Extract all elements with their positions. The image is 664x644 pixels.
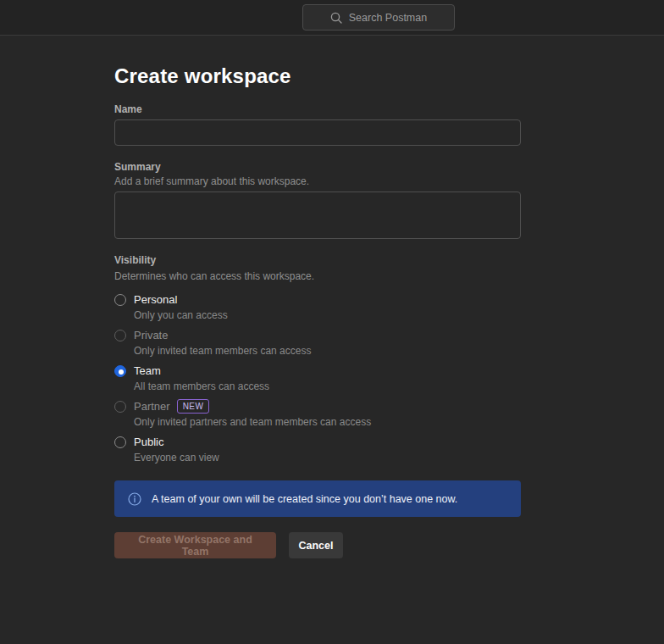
visibility-option-private[interactable]: Private Only invited team members can ac…	[114, 328, 521, 364]
name-input[interactable]	[114, 119, 521, 146]
radio-public[interactable]	[114, 436, 126, 448]
search-placeholder: Search Postman	[349, 12, 427, 24]
visibility-option-public[interactable]: Public Everyone can view	[114, 435, 521, 470]
option-label: Personal	[134, 292, 177, 307]
visibility-options: Personal Only you can access Private Onl…	[114, 292, 521, 470]
radio-private[interactable]	[114, 330, 126, 341]
option-label: Public	[134, 435, 163, 449]
info-icon	[128, 492, 141, 506]
search-icon	[330, 12, 342, 24]
option-description: Only invited partners and team members c…	[134, 416, 371, 429]
visibility-description: Determines who can access this workspace…	[114, 270, 314, 282]
cancel-button[interactable]: Cancel	[289, 532, 343, 558]
page-title: Create workspace	[114, 64, 291, 88]
radio-partner[interactable]	[114, 401, 126, 413]
banner-text: A team of your own will be created since…	[152, 493, 457, 505]
option-description: Only you can access	[134, 309, 228, 322]
visibility-option-team[interactable]: Team All team members can access	[114, 364, 521, 399]
name-label: Name	[114, 103, 142, 115]
create-workspace-button[interactable]: Create Workspace and Team	[114, 532, 276, 558]
visibility-option-partner[interactable]: Partner NEW Only invited partners and te…	[114, 399, 521, 435]
summary-label: Summary	[114, 161, 161, 173]
team-info-banner: A team of your own will be created since…	[114, 480, 521, 517]
visibility-label: Visibility	[114, 254, 156, 266]
summary-input[interactable]	[114, 192, 521, 239]
summary-description: Add a brief summary about this workspace…	[114, 175, 309, 187]
option-label: Team	[134, 364, 161, 378]
visibility-option-personal[interactable]: Personal Only you can access	[114, 292, 521, 328]
top-bar: Search Postman	[0, 0, 664, 36]
new-badge: NEW	[177, 399, 210, 414]
option-description: All team members can access	[134, 380, 269, 393]
option-description: Everyone can view	[134, 452, 219, 464]
option-label: Partner	[134, 399, 170, 414]
radio-team[interactable]	[114, 365, 126, 377]
radio-personal[interactable]	[114, 294, 126, 306]
option-description: Only invited team members can access	[134, 345, 311, 358]
search-input[interactable]: Search Postman	[302, 4, 455, 31]
option-label: Private	[134, 328, 168, 342]
